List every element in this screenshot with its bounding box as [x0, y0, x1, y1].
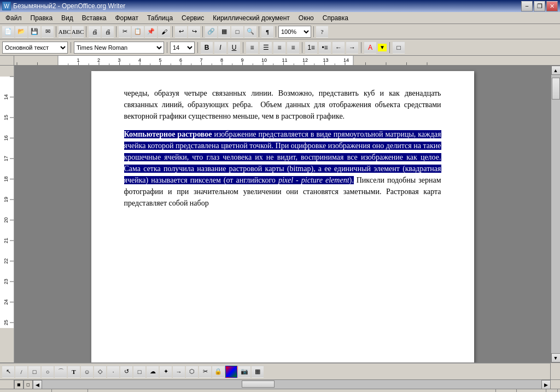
star-tool[interactable]: ✦: [160, 366, 172, 378]
h-scroll-area[interactable]: [551, 363, 560, 379]
main-area: череды, образуя четыре связанных линии. …: [0, 66, 560, 362]
view-normal[interactable]: ◼: [14, 380, 24, 389]
text-tool[interactable]: T: [68, 366, 80, 378]
vertical-ruler: [0, 66, 14, 362]
document-area[interactable]: череды, образуя четыре связанных линии. …: [14, 66, 551, 362]
select-tool[interactable]: ↖: [2, 366, 14, 378]
paste-button[interactable]: 📌: [145, 26, 157, 38]
border-button[interactable]: □: [393, 42, 405, 54]
cut-button[interactable]: ✂: [119, 26, 131, 38]
sep7: [276, 26, 276, 37]
numbering-button[interactable]: 1≡: [305, 42, 317, 54]
italic-button[interactable]: I: [214, 42, 226, 54]
zoom-select[interactable]: 100% 75% 150%: [278, 26, 311, 38]
menu-tools[interactable]: Сервис: [177, 13, 208, 23]
email-button[interactable]: ✉: [42, 26, 54, 38]
print-preview-button[interactable]: 🖨: [89, 26, 101, 38]
clone-button[interactable]: 🖌: [158, 26, 170, 38]
spellcheck-button[interactable]: ABC: [59, 26, 71, 38]
scroll-up-button[interactable]: ▲: [551, 66, 561, 75]
points-tool[interactable]: ·: [107, 366, 119, 378]
vertical-scrollbar[interactable]: ▲ ▼: [551, 66, 560, 362]
menu-window[interactable]: Окно: [294, 13, 318, 23]
insert-mode: ВСТ: [496, 389, 517, 392]
paragraph-1: череды, образуя четыре связанных линии. …: [124, 87, 441, 122]
menu-help[interactable]: Справка: [318, 13, 353, 23]
flowchart-tool[interactable]: ⬡: [186, 366, 198, 378]
new-button[interactable]: 📄: [2, 26, 14, 38]
highlight-button[interactable]: ▼: [378, 44, 387, 51]
copy-button[interactable]: 📋: [132, 26, 144, 38]
crop-tool[interactable]: ✂: [199, 366, 211, 378]
open-button[interactable]: 📂: [15, 26, 27, 38]
menu-format[interactable]: Формат: [110, 13, 143, 23]
outdent-button[interactable]: ←: [332, 42, 345, 54]
spellcheck2-button[interactable]: ABC: [72, 26, 84, 38]
paragraph-2: Компьютерное растровое изображение предс…: [124, 128, 441, 209]
callout-tool[interactable]: ☺: [81, 366, 93, 378]
align-right-button[interactable]: ≡: [273, 42, 285, 54]
nonprint-button[interactable]: ¶: [261, 26, 273, 38]
curve-tool[interactable]: ⌒: [55, 366, 67, 378]
menu-cyrillic[interactable]: Кириллический документ: [208, 13, 294, 23]
sep8: [313, 26, 314, 37]
view-web[interactable]: ◻: [24, 380, 33, 389]
shadow-tool[interactable]: □: [133, 366, 145, 378]
menu-file[interactable]: Файл: [1, 13, 26, 23]
zoom-group: 100% 75% 150%: [278, 26, 311, 38]
indent-button[interactable]: →: [346, 42, 358, 54]
align-justify-button[interactable]: ≡: [287, 42, 299, 54]
scroll-down-button[interactable]: ▼: [551, 353, 561, 362]
sep-f4: [243, 42, 243, 53]
hscroll-track[interactable]: [42, 380, 541, 389]
hscroll-right[interactable]: ▶: [541, 380, 551, 389]
underline-button[interactable]: U: [228, 42, 240, 54]
print-button[interactable]: 🖨: [102, 26, 114, 38]
lock-tool[interactable]: 🔒: [212, 366, 224, 378]
ellipse-tool[interactable]: ○: [42, 366, 54, 378]
redo-button[interactable]: ↪: [188, 26, 200, 38]
photo-tool[interactable]: 📷: [238, 366, 250, 378]
align-left-button[interactable]: ≡: [246, 42, 258, 54]
menu-edit[interactable]: Правка: [26, 13, 57, 23]
hscroll-left[interactable]: ◀: [33, 380, 42, 389]
bullets-button[interactable]: •≡: [319, 42, 331, 54]
basicshapes-tool[interactable]: ◇: [94, 366, 106, 378]
find-button[interactable]: 🔍: [244, 26, 256, 38]
arrow-tool[interactable]: →: [173, 366, 185, 378]
threed-tool[interactable]: ☁: [147, 366, 159, 378]
menu-insert[interactable]: Вставка: [78, 13, 111, 23]
hscroll-thumb[interactable]: [242, 381, 275, 388]
scroll-track-v[interactable]: [551, 75, 560, 353]
hscroll-corner: [0, 380, 14, 389]
line-tool[interactable]: /: [15, 366, 27, 378]
hyperlink-button[interactable]: 🔗: [205, 26, 217, 38]
font-color-button[interactable]: A: [364, 42, 376, 54]
minimize-button[interactable]: −: [521, 1, 533, 11]
close-button[interactable]: ✕: [546, 1, 558, 11]
scroll-thumb-v[interactable]: [552, 78, 560, 100]
table-button[interactable]: ▦: [218, 26, 230, 38]
document-scroll[interactable]: череды, образуя четыре связанных линии. …: [14, 66, 551, 362]
menu-table[interactable]: Таблица: [143, 13, 177, 23]
bottom-bar: ↖ / □ ○ ⌒ T ☺ ◇ · ↺ □ ☁ ✦ → ⬡ ✂ 🔒 📷 ▦: [0, 362, 560, 379]
rotate-tool[interactable]: ↺: [120, 366, 132, 378]
save-button[interactable]: 💾: [28, 26, 40, 38]
document-page[interactable]: череды, образуя четыре связанных линии. …: [91, 71, 474, 362]
rect-tool[interactable]: □: [28, 366, 40, 378]
size-select[interactable]: 14: [170, 42, 195, 54]
bold-button[interactable]: B: [201, 42, 213, 54]
hscroll-spacer: [551, 380, 560, 389]
undo-button[interactable]: ↩: [175, 26, 187, 38]
restore-button[interactable]: ❐: [534, 1, 545, 11]
menu-view[interactable]: Вид: [57, 13, 78, 23]
help-button[interactable]: ?: [316, 26, 328, 38]
grid-tool[interactable]: ▦: [252, 366, 264, 378]
horizontal-ruler: [0, 56, 560, 66]
align-center-button[interactable]: ☰: [260, 42, 272, 54]
app-icon: W: [2, 2, 11, 10]
show-draw-button[interactable]: □: [231, 26, 243, 38]
style-select[interactable]: Основной текст: [2, 42, 68, 54]
font-select[interactable]: Times New Roman: [74, 42, 164, 54]
color-tool[interactable]: [225, 366, 237, 378]
